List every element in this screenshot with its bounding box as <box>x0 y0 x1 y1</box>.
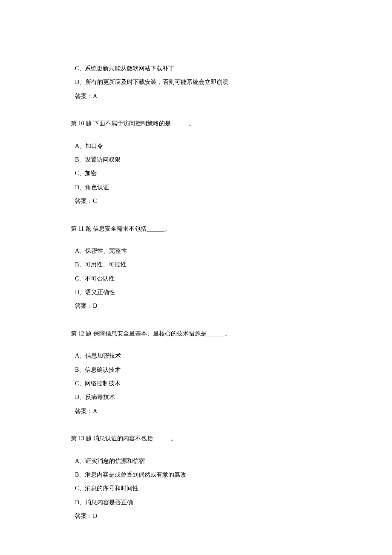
question-12: 第 12 题 保障信息安全最基本、最核心的技术措施是______。 <box>71 329 321 338</box>
option-d: D、消息内容是否正确 <box>75 498 321 507</box>
question-10: 第 10 题 下面不属于访问控制策略的是______。 <box>71 119 321 128</box>
answer-text: 答案：A <box>75 407 321 416</box>
option-a: A、信息加密技术 <box>75 351 321 361</box>
option-d: D、语义正确性 <box>75 288 321 297</box>
question-prompt-prefix: 第 13 题 消息认证的内容不包括 <box>71 435 153 442</box>
option-d: D、角色认证 <box>75 183 321 192</box>
blank: ______ <box>171 120 189 127</box>
question-11: 第 11 题 信息安全需求不包括______。 <box>71 224 321 234</box>
answer-text: 答案：D <box>75 301 321 311</box>
question-prompt-prefix: 第 11 题 信息安全需求不包括 <box>71 225 147 232</box>
answer-text: 答案：C <box>75 197 321 206</box>
question-13: 第 13 题 消息认证的内容不包括______。 <box>71 434 321 443</box>
blank: ______ <box>153 435 171 442</box>
option-c: C、不可否认性 <box>75 274 321 283</box>
question-prompt-suffix: 。 <box>171 435 177 442</box>
option-b: B、可用性、可控性 <box>75 260 321 269</box>
question-prompt-prefix: 第 12 题 保障信息安全最基本、最核心的技术措施是 <box>71 330 207 337</box>
page-content: C、系统更新只能从微软网站下载补丁 D、所有的更新应及时下载安装，否则可能系统会… <box>0 0 392 555</box>
option-c: C、加密 <box>75 169 321 178</box>
blank: ______ <box>207 330 225 337</box>
answer-text: 答案：A <box>75 92 321 101</box>
option-a: A、加口令 <box>75 142 321 151</box>
option-a: A、证实消息的信源和信宿 <box>75 457 321 466</box>
option-b: B、设置访问权限 <box>75 155 321 165</box>
question-prompt-suffix: 。 <box>225 330 231 337</box>
question-prompt-prefix: 第 10 题 下面不属于访问控制策略的是 <box>71 120 171 127</box>
blank: ______ <box>147 225 164 232</box>
option-b: B、消息内容是或曾受到偶然或有意的篡改 <box>75 470 321 480</box>
option-c: C、网络控制技术 <box>75 379 321 388</box>
question-prompt-suffix: 。 <box>189 120 195 127</box>
option-a: A、保密性、完整性 <box>75 246 321 256</box>
option-b: B、信息确认技术 <box>75 365 321 375</box>
option-c: C、消息的序号和时间性 <box>75 484 321 493</box>
option-d: D、所有的更新应及时下载安装，否则可能系统会立即崩溃 <box>75 78 321 87</box>
answer-text: 答案：D <box>75 512 321 521</box>
option-d: D、反病毒技术 <box>75 393 321 402</box>
question-prompt-suffix: 。 <box>164 225 170 232</box>
option-c: C、系统更新只能从微软网站下载补丁 <box>75 64 321 73</box>
